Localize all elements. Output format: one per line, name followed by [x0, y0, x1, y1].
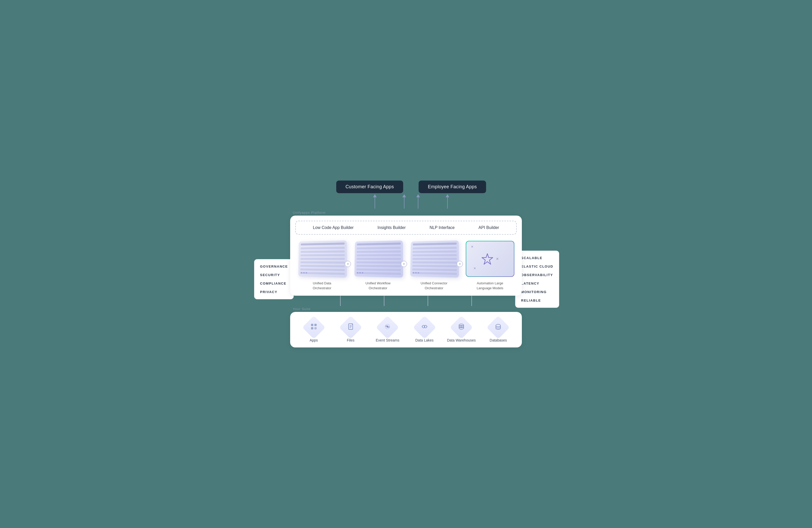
star-icon	[481, 253, 494, 265]
connector-line-1	[340, 296, 340, 306]
connector-line-4	[472, 296, 472, 306]
connector-orchestrator-screen	[410, 241, 459, 278]
governance-label: GOVERNANCE	[260, 265, 288, 268]
svg-rect-1	[311, 324, 313, 326]
suite-label: Your Suite	[293, 307, 522, 311]
databases-label: Databases	[490, 338, 507, 342]
reliable-label: RELIABLE	[521, 299, 553, 302]
workflow-orchestrator-name: Unified WorkflowOrchestrator	[366, 281, 391, 290]
connector-orchestrator: + Unified ConnectorOrchestrator	[410, 241, 458, 290]
workflow-plus-icon: +	[401, 261, 407, 267]
security-label: SECURITY	[260, 273, 288, 277]
suite-box: Apps	[290, 312, 522, 347]
svg-rect-2	[314, 324, 317, 326]
files-icon	[339, 315, 362, 339]
compliance-label: COMPLIANCE	[260, 282, 288, 285]
data-warehouses-item: Data Warehouses	[446, 319, 477, 342]
connector-line-2	[384, 296, 385, 306]
platform-box: Low Code App Builder Insights Builder NL…	[290, 216, 522, 296]
data-orchestrator-name: Unified DataOrchestrator	[313, 281, 331, 290]
connector-plus-icon: +	[457, 261, 463, 267]
data-lakes-item: Data Lakes	[409, 319, 440, 342]
data-lakes-label: Data Lakes	[415, 338, 434, 342]
privacy-label: PRIVACY	[260, 290, 288, 294]
svg-point-17	[459, 327, 464, 329]
svg-rect-4	[314, 327, 317, 329]
monitoring-label: MONITORING	[521, 290, 553, 294]
data-warehouses-label: Data Warehouses	[447, 338, 476, 342]
data-lakes-icon	[413, 315, 436, 339]
arrow-3	[416, 194, 420, 209]
data-orchestrator: + Unified DataOrchestrator	[298, 241, 346, 290]
automation-llm-name: Automation LargeLanguage Models	[477, 281, 503, 290]
databases-item: Databases	[483, 319, 513, 342]
apps-icon	[302, 315, 325, 339]
api-builder: API Builder	[479, 225, 499, 230]
elastic-cloud-label: ELASTIC CLOUD	[521, 265, 553, 268]
event-streams-icon	[376, 315, 399, 339]
data-warehouses-icon	[450, 315, 473, 339]
connector-line-3	[427, 296, 428, 306]
orchestrators-row: + Unified DataOrchestrator + Unified Wor…	[295, 241, 517, 290]
nlp-interface: NLP Interface	[430, 225, 455, 230]
files-label: Files	[347, 338, 354, 342]
svg-marker-0	[482, 254, 493, 264]
automation-llm: ✕ ✕ ✕ Automation LargeLanguage Models	[466, 241, 514, 290]
left-sidebar: GOVERNANCE SECURITY COMPLIANCE PRIVACY	[254, 259, 294, 299]
observability-label: OBSERVABILITY	[521, 273, 553, 277]
connector-orchestrator-name: Unified ConnectorOrchestrator	[421, 281, 447, 290]
event-streams-label: Event Streams	[376, 338, 399, 342]
builders-box: Low Code App Builder Insights Builder NL…	[295, 221, 517, 234]
workflow-orchestrator-screen	[354, 241, 403, 278]
suite-row: Apps	[295, 319, 517, 342]
workflow-orchestrator: + Unified WorkflowOrchestrator	[354, 241, 402, 290]
event-streams-item: Event Streams	[372, 319, 403, 342]
low-code-builder: Low Code App Builder	[313, 225, 353, 230]
svg-rect-3	[311, 327, 313, 329]
customer-facing-label: Customer Facing Apps	[336, 181, 403, 193]
apps-item: Apps	[298, 319, 329, 342]
data-plus-icon: +	[345, 261, 351, 267]
arrow-4	[446, 194, 449, 209]
scalable-label: SCALABLE	[521, 256, 553, 260]
platform-label: Unifyapps Platform	[293, 211, 522, 215]
data-orchestrator-screen	[299, 241, 347, 278]
svg-point-20	[496, 324, 501, 327]
latency-label: LATENCY	[521, 282, 553, 285]
apps-label: Apps	[310, 338, 318, 342]
databases-icon	[487, 315, 510, 339]
employee-facing-label: Employee Facing Apps	[419, 181, 486, 193]
arrow-2	[402, 194, 406, 209]
files-item: Files	[335, 319, 366, 342]
insights-builder: Insights Builder	[377, 225, 405, 230]
arrow-1	[373, 194, 377, 209]
